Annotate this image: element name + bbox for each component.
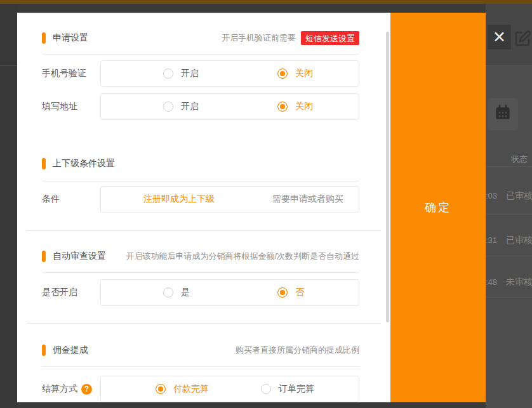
row-label-text: 结算方式 [42,383,77,395]
background-table-area: 状态 :03已审核 :31已审核 :48未审核 [486,4,532,408]
radio-settle-on-order[interactable] [261,384,271,394]
calendar-icon [493,103,512,125]
radio-on[interactable] [163,69,173,79]
section-header-apply-settings: 申请设置 开启手机验证前需要 短信发送设置 [17,31,359,45]
row-label: 是否开启 [42,287,100,298]
modal-scrollbar[interactable] [386,32,389,322]
radio-yes-label[interactable]: 是 [181,287,190,298]
section-title: 自动审查设置 [53,251,106,262]
row-time: :03 [486,191,502,201]
radio-off[interactable] [277,69,288,79]
table-row: :48未审核 [486,277,532,288]
background-topbar [0,0,532,4]
settings-modal: 申请设置 开启手机验证前需要 短信发送设置 手机号验证 开启 关闭 填写地址 [17,13,486,402]
row-phone-verification: 手机号验证 开启 关闭 [17,60,359,87]
close-icon: ✕ [493,28,506,46]
help-icon[interactable]: ? [81,384,92,395]
radio-off-label[interactable]: 关闭 [295,68,313,79]
table-divider [486,297,532,298]
radio-off-label[interactable]: 关闭 [295,101,313,112]
section-divider [42,272,359,273]
row-condition: 条件 注册即成为上下级 需要申请或者购买 [17,186,359,213]
row-fill-address: 填写地址 开启 关闭 [17,93,359,120]
row-time: :31 [486,235,502,245]
row-status: 已审核 [506,235,532,245]
row-settlement-mode: 结算方式 ? 付款完算 订单完算 [17,376,359,402]
radio-settle-on-order-label[interactable]: 订单完算 [279,383,314,395]
radio-off[interactable] [277,102,288,112]
section-separator [27,323,381,324]
section-header-hierarchy-condition: 上下级条件设置 [17,157,359,171]
radio-no-label[interactable]: 否 [295,287,304,298]
section-separator [27,230,381,231]
radio-on[interactable] [163,102,173,112]
radio-group-fill-address: 开启 关闭 [100,93,359,120]
confirm-button[interactable]: 确定 [390,13,486,402]
sms-settings-link[interactable]: 短信发送设置 [301,31,359,45]
section-marker [42,158,46,169]
radio-no[interactable] [277,287,288,298]
section-marker [42,251,46,262]
section-divider [42,54,359,55]
radio-on-label[interactable]: 开启 [181,101,199,112]
radio-settle-on-payment-label[interactable]: 付款完算 [173,383,209,395]
section-divider [42,366,359,367]
section-title: 佣金提成 [53,345,88,356]
row-status: 未审核 [506,277,532,287]
radio-group-auto-review: 是 否 [100,279,359,306]
row-label: 条件 [42,194,100,205]
section-note: 开启该功能后申请成为分销商将根据金额/次数判断是否自动通过 [126,251,359,262]
calendar-button[interactable] [488,98,518,130]
confirm-button-label: 确定 [425,200,451,215]
choice-group-condition: 注册即成为上下级 需要申请或者购买 [100,186,359,213]
section-marker [42,32,46,44]
row-auto-review-enabled: 是否开启 是 否 [17,279,359,306]
radio-group-phone-verification: 开启 关闭 [100,60,359,87]
edit-icon[interactable] [513,29,532,48]
radio-group-settlement: 付款完算 订单完算 [100,376,359,402]
section-title: 上下级条件设置 [53,158,115,169]
radio-settle-on-payment[interactable] [156,384,166,394]
row-label: 结算方式 ? [42,383,100,395]
section-marker [42,345,46,356]
row-label: 填写地址 [42,101,100,112]
row-label: 手机号验证 [42,68,100,79]
section-note: 开启手机验证前需要 [222,32,296,44]
table-column-status: 状态 [511,154,528,165]
background-sidebar [0,4,17,408]
row-time: :48 [486,277,502,287]
radio-yes[interactable] [163,287,173,298]
table-divider [486,214,532,214]
table-row: :03已审核 [486,190,532,202]
section-note: 购买者直接所属分销商的提成比例 [236,345,359,356]
section-header-commission: 佣金提成 购买者直接所属分销商的提成比例 [17,343,359,357]
row-status: 已审核 [506,190,532,201]
choice-need-apply-or-purchase[interactable]: 需要申请或者购买 [257,194,359,205]
radio-on-label[interactable]: 开启 [181,68,199,79]
table-divider [486,166,532,167]
section-header-auto-review: 自动审查设置 开启该功能后申请成为分销商将根据金额/次数判断是否自动通过 [17,249,359,263]
section-title: 申请设置 [53,32,88,44]
section-divider [42,181,359,181]
choice-register-becomes-hierarchy[interactable]: 注册即成为上下级 [101,194,257,205]
modal-close-button[interactable]: ✕ [488,25,511,49]
table-row: :31已审核 [486,235,532,246]
modal-content: 申请设置 开启手机验证前需要 短信发送设置 手机号验证 开启 关闭 填写地址 [17,13,390,402]
table-divider [486,256,532,256]
